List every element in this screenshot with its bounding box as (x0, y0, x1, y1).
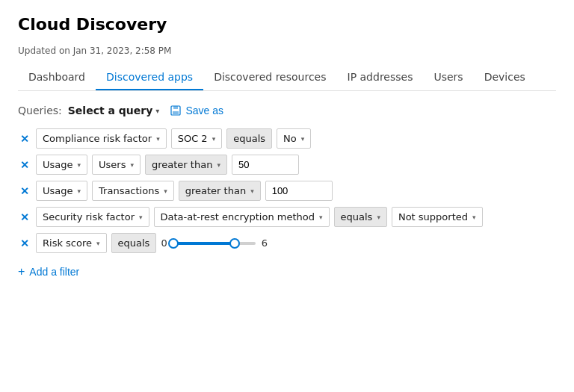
svg-rect-2 (173, 111, 179, 114)
tab-users[interactable]: Users (423, 65, 473, 90)
add-filter-label: Add a filter (29, 266, 79, 278)
plus-icon: + (18, 265, 25, 279)
soc2-label: SOC 2 (178, 133, 208, 144)
chevron-down-icon: ▾ (250, 187, 254, 195)
filter-row-5: ✕ Risk score ▾ equals 0 6 (18, 233, 556, 253)
users-dropdown[interactable]: Users ▾ (92, 155, 141, 175)
save-as-button[interactable]: Save as (165, 103, 228, 118)
risk-score-dropdown[interactable]: Risk score ▾ (36, 233, 107, 253)
save-icon (170, 105, 182, 116)
chevron-down-icon: ▾ (319, 214, 323, 221)
filter-row-3: ✕ Usage ▾ Transactions ▾ greater than ▾ (18, 181, 556, 201)
queries-label: Queries: (18, 105, 62, 116)
security-risk-factor-label: Security risk factor (43, 211, 135, 223)
equals-operator-1[interactable]: equals (226, 128, 272, 149)
select-query-dropdown[interactable]: Select a query ▾ (68, 105, 160, 116)
data-at-rest-dropdown[interactable]: Data-at-rest encryption method ▾ (154, 207, 330, 227)
tab-discovered-resources[interactable]: Discovered resources (203, 65, 336, 90)
equals-label-5: equals (118, 237, 150, 249)
remove-filter-4-button[interactable]: ✕ (18, 212, 31, 223)
transactions-label: Transactions (99, 185, 159, 196)
chevron-down-icon: ▾ (164, 187, 167, 195)
equals-label-4: equals (341, 211, 373, 223)
filter-row-4: ✕ Security risk factor ▾ Data-at-rest en… (18, 207, 556, 227)
usage-dropdown-3[interactable]: Usage ▾ (36, 181, 87, 201)
compliance-risk-factor-label: Compliance risk factor (43, 133, 152, 144)
slider-thumb-left[interactable] (168, 238, 179, 249)
chevron-down-icon: ▾ (139, 214, 143, 221)
no-value-dropdown[interactable]: No ▾ (277, 128, 311, 149)
remove-filter-5-button[interactable]: ✕ (18, 238, 31, 249)
transactions-value-input[interactable] (265, 181, 333, 201)
chevron-down-icon: ▾ (155, 107, 159, 115)
equals-operator-4[interactable]: equals ▾ (334, 207, 387, 227)
greater-than-label-2: greater than (152, 159, 212, 170)
remove-filter-2-button[interactable]: ✕ (18, 160, 31, 170)
chevron-down-icon: ▾ (156, 135, 160, 143)
transactions-dropdown[interactable]: Transactions ▾ (92, 181, 174, 201)
greater-than-operator-3[interactable]: greater than ▾ (179, 181, 261, 201)
slider-fill (173, 242, 235, 245)
tab-dashboard[interactable]: Dashboard (18, 65, 96, 90)
remove-filter-1-button[interactable]: ✕ (18, 134, 31, 144)
data-at-rest-label: Data-at-rest encryption method (161, 211, 315, 223)
slider-thumb-right[interactable] (229, 238, 240, 249)
no-label: No (283, 133, 297, 144)
chevron-down-icon: ▾ (130, 161, 134, 169)
risk-score-label: Risk score (43, 237, 92, 249)
chevron-down-icon: ▾ (212, 135, 216, 143)
security-risk-factor-dropdown[interactable]: Security risk factor ▾ (36, 207, 149, 227)
soc2-dropdown[interactable]: SOC 2 ▾ (171, 128, 223, 149)
slider-max-label: 6 (262, 237, 268, 249)
chevron-down-icon: ▾ (301, 135, 305, 143)
risk-score-slider-track[interactable] (173, 242, 256, 245)
chevron-down-icon: ▾ (472, 214, 476, 221)
chevron-down-icon: ▾ (78, 187, 81, 195)
remove-filter-3-button[interactable]: ✕ (18, 186, 31, 196)
chevron-down-icon: ▾ (217, 161, 220, 169)
compliance-risk-factor-dropdown[interactable]: Compliance risk factor ▾ (36, 128, 167, 149)
tabs-nav: Dashboard Discovered apps Discovered res… (18, 65, 556, 91)
equals-label-1: equals (233, 133, 265, 144)
chevron-down-icon: ▾ (377, 214, 380, 221)
tab-devices[interactable]: Devices (474, 65, 536, 90)
svg-rect-1 (173, 106, 178, 109)
greater-than-operator-2[interactable]: greater than ▾ (145, 155, 227, 175)
tab-ip-addresses[interactable]: IP addresses (337, 65, 424, 90)
usage-label-3: Usage (43, 185, 73, 196)
slider-min-label: 0 (161, 237, 167, 249)
query-bar: Queries: Select a query ▾ Save as (18, 103, 556, 118)
tab-discovered-apps[interactable]: Discovered apps (96, 65, 203, 90)
filter-rows: ✕ Compliance risk factor ▾ SOC 2 ▾ equal… (18, 128, 556, 253)
equals-operator-5[interactable]: equals (111, 233, 157, 253)
risk-score-slider-container: 0 6 (161, 237, 268, 249)
usage-dropdown-2[interactable]: Usage ▾ (36, 155, 87, 175)
greater-than-label-3: greater than (185, 185, 246, 196)
filter-row-1: ✕ Compliance risk factor ▾ SOC 2 ▾ equal… (18, 128, 556, 149)
users-label: Users (99, 159, 126, 170)
filter-row-2: ✕ Usage ▾ Users ▾ greater than ▾ (18, 155, 556, 175)
select-query-label: Select a query (68, 105, 153, 116)
page-title: Cloud Discovery (18, 15, 556, 34)
not-supported-label: Not supported (398, 211, 468, 223)
users-value-input[interactable] (232, 155, 299, 175)
updated-timestamp: Updated on Jan 31, 2023, 2:58 PM (18, 46, 556, 56)
save-as-label: Save as (185, 105, 223, 116)
chevron-down-icon: ▾ (96, 240, 100, 247)
usage-label-2: Usage (43, 159, 73, 170)
not-supported-dropdown[interactable]: Not supported ▾ (392, 207, 483, 227)
chevron-down-icon: ▾ (78, 161, 81, 169)
add-filter-button[interactable]: + Add a filter (18, 262, 79, 281)
